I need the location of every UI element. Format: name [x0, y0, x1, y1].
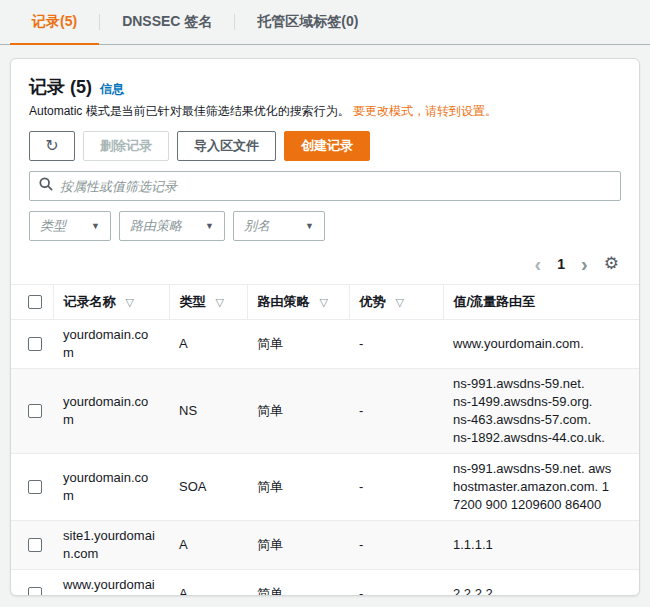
tab-zone-tags[interactable]: 托管区域标签(0)	[235, 0, 380, 44]
weight-cell: -	[349, 521, 443, 570]
toolbar: ↻ 删除记录 导入区文件 创建记录	[11, 119, 639, 161]
record-name-cell: site1.yourdomain.com	[53, 521, 169, 570]
alias-filter-label: 别名	[244, 217, 270, 235]
chevron-down-icon: ▼	[91, 221, 100, 231]
chevron-down-icon: ▼	[205, 221, 214, 231]
tab-dnssec[interactable]: DNSSEC 签名	[100, 0, 234, 44]
sort-icon[interactable]: ▽	[396, 296, 404, 308]
row-checkbox[interactable]	[28, 480, 42, 494]
row-checkbox[interactable]	[28, 538, 42, 552]
routing-policy-filter-label: 路由策略	[130, 217, 182, 235]
table-row: yourdomain.com SOA 简单 - ns-991.awsdns-59…	[11, 454, 639, 521]
tab-dnssec-label: DNSSEC 签名	[122, 13, 212, 31]
page-title: 记录 (5)	[29, 75, 92, 99]
record-name-cell: www.yourdomain.com	[53, 570, 169, 597]
record-value-cell: 1.1.1.1	[443, 521, 639, 570]
header-type[interactable]: 类型▽	[169, 285, 247, 320]
sort-icon[interactable]: ▽	[216, 296, 224, 308]
records-panel: 记录 (5) 信息 Automatic 模式是当前已针对最佳筛选结果优化的搜索行…	[10, 58, 640, 596]
row-checkbox[interactable]	[28, 404, 42, 418]
refresh-icon: ↻	[45, 137, 58, 154]
panel-description: Automatic 模式是当前已针对最佳筛选结果优化的搜索行为。 要更改模式，请…	[11, 99, 639, 119]
next-page-button[interactable]: ›	[581, 257, 588, 271]
record-type-cell: SOA	[169, 454, 247, 521]
sort-icon[interactable]: ▽	[126, 296, 134, 308]
tab-bar: 记录(5) DNSSEC 签名 托管区域标签(0)	[0, 0, 650, 45]
search-row	[11, 161, 639, 201]
pagination: ‹ 1 › ⚙	[11, 241, 639, 284]
create-record-button[interactable]: 创建记录	[284, 131, 370, 161]
record-type-cell: NS	[169, 369, 247, 454]
records-table: 记录名称▽ 类型▽ 路由策略▽ 优势▽ 值/流量路由至 yourdomain	[11, 284, 639, 596]
tab-records-label: 记录(5)	[32, 13, 77, 31]
description-text: Automatic 模式是当前已针对最佳筛选结果优化的搜索行为。	[29, 104, 350, 118]
routing-policy-cell: 简单	[247, 369, 349, 454]
table-header-row: 记录名称▽ 类型▽ 路由策略▽ 优势▽ 值/流量路由至	[11, 285, 639, 320]
change-mode-link[interactable]: 要更改模式，请转到设置。	[353, 104, 497, 118]
tab-zone-tags-label: 托管区域标签(0)	[257, 13, 358, 31]
routing-policy-cell: 简单	[247, 521, 349, 570]
type-filter-label: 类型	[40, 217, 66, 235]
record-type-cell: A	[169, 320, 247, 369]
info-link[interactable]: 信息	[100, 81, 124, 98]
routing-policy-cell: 简单	[247, 454, 349, 521]
select-all-checkbox[interactable]	[28, 295, 42, 309]
record-name-cell: yourdomain.com	[53, 454, 169, 521]
routing-policy-cell: 简单	[247, 320, 349, 369]
weight-cell: -	[349, 570, 443, 597]
table-row: site1.yourdomain.com A 简单 - 1.1.1.1	[11, 521, 639, 570]
settings-gear-icon[interactable]: ⚙	[604, 253, 619, 274]
delete-record-button[interactable]: 删除记录	[83, 131, 169, 161]
header-value: 值/流量路由至	[443, 285, 639, 320]
record-value-cell: 2.2.2.2	[443, 570, 639, 597]
table-row: www.yourdomain.com A 简单 - 2.2.2.2	[11, 570, 639, 597]
record-name-cell: yourdomain.com	[53, 369, 169, 454]
record-value-cell: ns-991.awsdns-59.net. aws hostmaster.ama…	[443, 454, 639, 521]
import-zone-file-button[interactable]: 导入区文件	[177, 131, 276, 161]
row-checkbox[interactable]	[28, 337, 42, 351]
record-type-cell: A	[169, 570, 247, 597]
search-icon	[39, 177, 53, 195]
search-input[interactable]	[60, 179, 611, 194]
type-filter-dropdown[interactable]: 类型 ▼	[29, 211, 111, 241]
chevron-down-icon: ▼	[305, 221, 314, 231]
table-row: yourdomain.com A 简单 - www.yourdomain.com…	[11, 320, 639, 369]
search-box	[29, 171, 621, 201]
filter-row: 类型 ▼ 路由策略 ▼ 别名 ▼	[11, 201, 639, 241]
record-value-cell: www.yourdomain.com.	[443, 320, 639, 369]
page-number[interactable]: 1	[557, 256, 565, 272]
weight-cell: -	[349, 454, 443, 521]
record-type-cell: A	[169, 521, 247, 570]
header-routing-policy[interactable]: 路由策略▽	[247, 285, 349, 320]
sort-icon[interactable]: ▽	[320, 296, 328, 308]
alias-filter-dropdown[interactable]: 别名 ▼	[233, 211, 325, 241]
weight-cell: -	[349, 320, 443, 369]
select-all-header	[11, 285, 53, 320]
routing-policy-filter-dropdown[interactable]: 路由策略 ▼	[119, 211, 225, 241]
table-row: yourdomain.com NS 简单 - ns-991.awsdns-59.…	[11, 369, 639, 454]
previous-page-button[interactable]: ‹	[535, 257, 542, 271]
row-checkbox[interactable]	[28, 587, 42, 596]
header-record-name[interactable]: 记录名称▽	[53, 285, 169, 320]
header-weight[interactable]: 优势▽	[349, 285, 443, 320]
routing-policy-cell: 简单	[247, 570, 349, 597]
tab-records[interactable]: 记录(5)	[10, 0, 99, 44]
refresh-button[interactable]: ↻	[29, 131, 75, 161]
record-name-cell: yourdomain.com	[53, 320, 169, 369]
record-value-cell: ns-991.awsdns-59.net. ns-1499.awsdns-59.…	[443, 369, 639, 454]
weight-cell: -	[349, 369, 443, 454]
panel-header: 记录 (5) 信息	[11, 75, 639, 99]
